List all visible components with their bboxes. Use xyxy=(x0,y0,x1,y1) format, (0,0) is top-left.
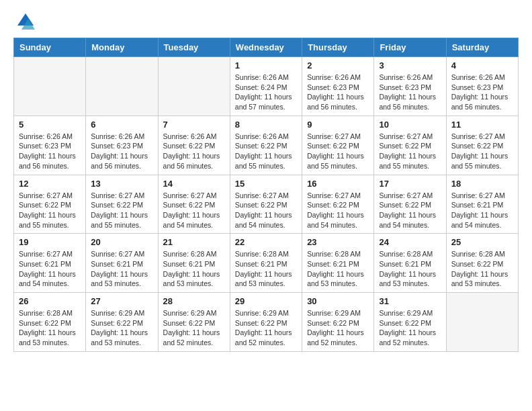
day-info: Sunrise: 6:27 AM Sunset: 6:22 PM Dayligh… xyxy=(307,191,369,230)
day-info: Sunrise: 6:28 AM Sunset: 6:21 PM Dayligh… xyxy=(235,249,297,289)
calendar-cell: 13Sunrise: 6:27 AM Sunset: 6:22 PM Dayli… xyxy=(86,175,158,234)
week-row: 1Sunrise: 6:26 AM Sunset: 6:24 PM Daylig… xyxy=(14,57,519,116)
calendar-day-header: Friday xyxy=(374,38,446,57)
calendar-cell: 27Sunrise: 6:29 AM Sunset: 6:22 PM Dayli… xyxy=(86,293,158,352)
calendar-cell: 4Sunrise: 6:26 AM Sunset: 6:23 PM Daylig… xyxy=(446,57,518,116)
day-info: Sunrise: 6:29 AM Sunset: 6:22 PM Dayligh… xyxy=(91,308,152,348)
week-row: 26Sunrise: 6:28 AM Sunset: 6:22 PM Dayli… xyxy=(14,293,519,352)
day-info: Sunrise: 6:27 AM Sunset: 6:22 PM Dayligh… xyxy=(163,191,225,230)
calendar-cell: 24Sunrise: 6:28 AM Sunset: 6:21 PM Dayli… xyxy=(374,234,446,293)
calendar-day-header: Thursday xyxy=(302,38,374,57)
day-info: Sunrise: 6:27 AM Sunset: 6:22 PM Dayligh… xyxy=(19,191,81,230)
day-number: 30 xyxy=(307,296,369,306)
day-number: 15 xyxy=(235,179,297,189)
calendar-cell: 2Sunrise: 6:26 AM Sunset: 6:23 PM Daylig… xyxy=(302,57,374,116)
day-number: 5 xyxy=(19,120,81,130)
week-row: 12Sunrise: 6:27 AM Sunset: 6:22 PM Dayli… xyxy=(14,175,519,234)
day-info: Sunrise: 6:27 AM Sunset: 6:22 PM Dayligh… xyxy=(379,132,441,171)
day-number: 2 xyxy=(307,60,369,71)
day-number: 18 xyxy=(451,179,513,189)
day-info: Sunrise: 6:27 AM Sunset: 6:21 PM Dayligh… xyxy=(451,191,513,230)
calendar-day-header: Wednesday xyxy=(230,38,302,57)
calendar-cell: 9Sunrise: 6:27 AM Sunset: 6:22 PM Daylig… xyxy=(302,116,374,175)
calendar-cell: 7Sunrise: 6:26 AM Sunset: 6:22 PM Daylig… xyxy=(158,116,230,175)
calendar-cell: 12Sunrise: 6:27 AM Sunset: 6:22 PM Dayli… xyxy=(14,175,86,234)
week-row: 5Sunrise: 6:26 AM Sunset: 6:23 PM Daylig… xyxy=(14,116,519,175)
day-info: Sunrise: 6:28 AM Sunset: 6:21 PM Dayligh… xyxy=(307,249,369,289)
calendar-day-header: Sunday xyxy=(14,38,86,57)
calendar-wrapper: SundayMondayTuesdayWednesdayThursdayFrid… xyxy=(0,38,532,359)
day-info: Sunrise: 6:27 AM Sunset: 6:22 PM Dayligh… xyxy=(451,132,513,171)
calendar-cell: 17Sunrise: 6:27 AM Sunset: 6:22 PM Dayli… xyxy=(374,175,446,234)
calendar-cell xyxy=(14,57,86,116)
calendar-day-header: Tuesday xyxy=(158,38,230,57)
calendar-cell: 18Sunrise: 6:27 AM Sunset: 6:21 PM Dayli… xyxy=(446,175,518,234)
page-header xyxy=(0,0,532,38)
day-info: Sunrise: 6:26 AM Sunset: 6:24 PM Dayligh… xyxy=(235,73,297,112)
day-number: 29 xyxy=(235,296,297,306)
calendar-cell: 25Sunrise: 6:28 AM Sunset: 6:22 PM Dayli… xyxy=(446,234,518,293)
day-info: Sunrise: 6:29 AM Sunset: 6:22 PM Dayligh… xyxy=(235,308,297,348)
day-number: 14 xyxy=(163,179,225,189)
day-info: Sunrise: 6:27 AM Sunset: 6:22 PM Dayligh… xyxy=(379,191,441,230)
calendar-cell xyxy=(86,57,158,116)
day-number: 8 xyxy=(235,120,297,130)
day-info: Sunrise: 6:26 AM Sunset: 6:23 PM Dayligh… xyxy=(307,73,369,112)
day-info: Sunrise: 6:29 AM Sunset: 6:22 PM Dayligh… xyxy=(307,308,369,348)
day-info: Sunrise: 6:27 AM Sunset: 6:21 PM Dayligh… xyxy=(91,249,152,289)
day-info: Sunrise: 6:26 AM Sunset: 6:23 PM Dayligh… xyxy=(379,73,441,112)
day-number: 11 xyxy=(451,120,513,130)
day-number: 6 xyxy=(91,120,152,130)
day-number: 16 xyxy=(307,179,369,189)
day-info: Sunrise: 6:26 AM Sunset: 6:22 PM Dayligh… xyxy=(235,132,297,171)
logo-icon xyxy=(16,12,35,31)
day-info: Sunrise: 6:26 AM Sunset: 6:23 PM Dayligh… xyxy=(91,132,152,171)
day-info: Sunrise: 6:27 AM Sunset: 6:22 PM Dayligh… xyxy=(235,191,297,230)
day-number: 3 xyxy=(379,60,441,71)
day-info: Sunrise: 6:26 AM Sunset: 6:22 PM Dayligh… xyxy=(163,132,225,171)
calendar-day-header: Monday xyxy=(86,38,158,57)
calendar-cell: 5Sunrise: 6:26 AM Sunset: 6:23 PM Daylig… xyxy=(14,116,86,175)
calendar-cell: 1Sunrise: 6:26 AM Sunset: 6:24 PM Daylig… xyxy=(230,57,302,116)
day-number: 20 xyxy=(91,237,152,247)
day-info: Sunrise: 6:28 AM Sunset: 6:21 PM Dayligh… xyxy=(379,249,441,289)
calendar-header-row: SundayMondayTuesdayWednesdayThursdayFrid… xyxy=(14,38,519,57)
calendar-cell xyxy=(446,293,518,352)
calendar-cell: 6Sunrise: 6:26 AM Sunset: 6:23 PM Daylig… xyxy=(86,116,158,175)
calendar-cell: 20Sunrise: 6:27 AM Sunset: 6:21 PM Dayli… xyxy=(86,234,158,293)
day-info: Sunrise: 6:27 AM Sunset: 6:22 PM Dayligh… xyxy=(91,191,152,230)
day-number: 17 xyxy=(379,179,441,189)
day-info: Sunrise: 6:28 AM Sunset: 6:21 PM Dayligh… xyxy=(163,249,225,289)
calendar-cell xyxy=(158,57,230,116)
day-info: Sunrise: 6:27 AM Sunset: 6:21 PM Dayligh… xyxy=(19,249,81,289)
day-number: 31 xyxy=(379,296,441,306)
week-row: 19Sunrise: 6:27 AM Sunset: 6:21 PM Dayli… xyxy=(14,234,519,293)
day-number: 25 xyxy=(451,237,513,247)
calendar-cell: 16Sunrise: 6:27 AM Sunset: 6:22 PM Dayli… xyxy=(302,175,374,234)
calendar-cell: 23Sunrise: 6:28 AM Sunset: 6:21 PM Dayli… xyxy=(302,234,374,293)
day-number: 1 xyxy=(235,60,297,71)
calendar-cell: 30Sunrise: 6:29 AM Sunset: 6:22 PM Dayli… xyxy=(302,293,374,352)
calendar-table: SundayMondayTuesdayWednesdayThursdayFrid… xyxy=(13,38,519,352)
day-number: 27 xyxy=(91,296,152,306)
calendar-cell: 3Sunrise: 6:26 AM Sunset: 6:23 PM Daylig… xyxy=(374,57,446,116)
day-number: 23 xyxy=(307,237,369,247)
calendar-cell: 29Sunrise: 6:29 AM Sunset: 6:22 PM Dayli… xyxy=(230,293,302,352)
day-info: Sunrise: 6:29 AM Sunset: 6:22 PM Dayligh… xyxy=(379,308,441,348)
day-number: 22 xyxy=(235,237,297,247)
day-info: Sunrise: 6:27 AM Sunset: 6:22 PM Dayligh… xyxy=(307,132,369,171)
calendar-day-header: Saturday xyxy=(446,38,518,57)
calendar-cell: 15Sunrise: 6:27 AM Sunset: 6:22 PM Dayli… xyxy=(230,175,302,234)
calendar-cell: 11Sunrise: 6:27 AM Sunset: 6:22 PM Dayli… xyxy=(446,116,518,175)
day-info: Sunrise: 6:28 AM Sunset: 6:22 PM Dayligh… xyxy=(19,308,81,348)
calendar-cell: 28Sunrise: 6:29 AM Sunset: 6:22 PM Dayli… xyxy=(158,293,230,352)
day-number: 28 xyxy=(163,296,225,306)
calendar-cell: 22Sunrise: 6:28 AM Sunset: 6:21 PM Dayli… xyxy=(230,234,302,293)
day-info: Sunrise: 6:29 AM Sunset: 6:22 PM Dayligh… xyxy=(163,308,225,348)
day-number: 10 xyxy=(379,120,441,130)
calendar-cell: 21Sunrise: 6:28 AM Sunset: 6:21 PM Dayli… xyxy=(158,234,230,293)
day-number: 21 xyxy=(163,237,225,247)
day-number: 4 xyxy=(451,60,513,71)
day-info: Sunrise: 6:26 AM Sunset: 6:23 PM Dayligh… xyxy=(19,132,81,171)
day-number: 26 xyxy=(19,296,81,306)
